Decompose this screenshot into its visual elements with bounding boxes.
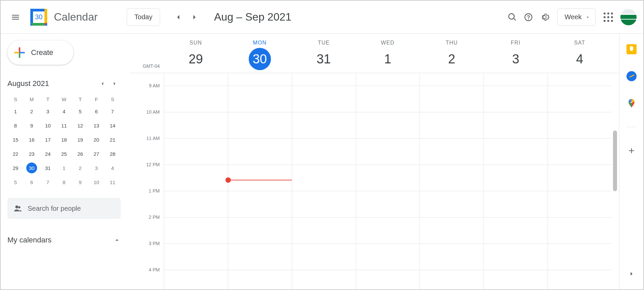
prev-week-button[interactable] [170, 9, 186, 25]
mini-calendar-day[interactable]: 27 [88, 148, 104, 160]
mini-calendar-day[interactable]: 10 [88, 176, 104, 188]
day-number: 30 [249, 48, 271, 70]
mini-calendar-day[interactable]: 23 [24, 148, 40, 160]
mini-calendar-day[interactable]: 9 [24, 120, 40, 131]
search-people-placeholder: Search for people [28, 205, 81, 212]
day-number: 29 [185, 48, 207, 70]
keep-addon-icon[interactable] [625, 42, 638, 56]
mini-calendar-day[interactable]: 9 [72, 176, 88, 188]
mini-dow-label: S [104, 96, 121, 102]
mini-calendar-day[interactable]: 2 [72, 162, 88, 174]
mini-calendar-day[interactable]: 19 [72, 134, 88, 145]
mini-calendar-day[interactable]: 15 [7, 134, 24, 145]
day-header[interactable]: SUN29 [164, 40, 228, 70]
mini-calendar-day[interactable]: 22 [7, 148, 24, 160]
day-header[interactable]: THU2 [420, 40, 484, 70]
maps-addon-icon[interactable] [625, 96, 638, 110]
create-button-label: Create [31, 48, 53, 57]
day-header[interactable]: WED1 [356, 40, 420, 70]
google-apps-icon[interactable] [600, 9, 616, 25]
day-number: 4 [569, 48, 591, 70]
next-week-button[interactable] [186, 9, 203, 25]
mini-calendar-day[interactable]: 8 [7, 120, 24, 131]
mini-calendar-day[interactable]: 11 [104, 176, 121, 188]
calendar-grid[interactable]: GMT-04 SUN29MON30TUE31WED1THU2FRI3SAT4 9… [130, 34, 619, 289]
mini-calendar-day[interactable]: 17 [40, 134, 56, 145]
mini-calendar-day[interactable]: 7 [40, 176, 56, 188]
search-people-input[interactable]: Search for people [7, 198, 121, 219]
mini-dow-label: M [24, 96, 40, 102]
mini-dow-label: S [7, 96, 24, 102]
view-selector-label: Week [564, 13, 582, 21]
mini-next-month-button[interactable] [109, 78, 121, 90]
day-header[interactable]: SAT4 [548, 40, 612, 70]
main-menu-button[interactable] [7, 9, 24, 25]
mini-calendar-day[interactable]: 18 [56, 134, 72, 145]
svg-text:30: 30 [35, 13, 42, 21]
my-calendars-toggle[interactable]: My calendars [7, 236, 121, 244]
mini-calendar-day[interactable]: 7 [104, 106, 121, 117]
day-number: 2 [440, 48, 463, 70]
mini-dow-label: T [72, 96, 88, 102]
tasks-addon-icon[interactable] [625, 69, 638, 83]
mini-calendar-day[interactable]: 30 [24, 162, 40, 174]
mini-calendar-day[interactable]: 3 [88, 162, 104, 174]
day-header[interactable]: FRI3 [484, 40, 548, 70]
hour-label: 2 PM [149, 214, 160, 220]
mini-calendar-day[interactable]: 21 [104, 134, 121, 145]
day-header[interactable]: TUE31 [292, 40, 356, 70]
mini-calendar-day[interactable]: 16 [24, 134, 40, 145]
day-of-week-label: MON [253, 40, 267, 46]
hide-side-panel-button[interactable] [625, 267, 638, 281]
mini-calendar-day[interactable]: 6 [24, 176, 40, 188]
get-addons-button[interactable] [625, 144, 638, 157]
mini-calendar-day[interactable]: 3 [40, 106, 56, 117]
mini-calendar-day[interactable]: 2 [24, 106, 40, 117]
mini-calendar-day[interactable]: 24 [40, 148, 56, 160]
date-range-label: Aug – Sep 2021 [214, 11, 292, 23]
day-number: 1 [376, 48, 399, 70]
mini-calendar-day[interactable]: 14 [104, 120, 121, 131]
mini-calendar-day[interactable]: 20 [88, 134, 104, 145]
settings-gear-icon[interactable] [536, 9, 553, 25]
hour-label: 9 AM [149, 83, 160, 88]
create-button[interactable]: Create [7, 40, 73, 65]
help-icon[interactable] [520, 9, 536, 25]
hour-label: 1 PM [149, 188, 160, 194]
hour-label: 11 AM [146, 136, 160, 141]
account-avatar[interactable] [620, 9, 637, 25]
search-icon[interactable] [504, 9, 520, 25]
svg-marker-2 [44, 9, 47, 23]
scrollbar[interactable] [613, 130, 617, 191]
chevron-down-icon [585, 14, 590, 20]
hour-label: 3 PM [149, 241, 160, 246]
svg-rect-9 [19, 52, 25, 53]
mini-calendar-day[interactable]: 8 [56, 176, 72, 188]
mini-calendar-day[interactable]: 11 [56, 120, 72, 131]
svg-rect-6 [19, 47, 20, 52]
day-number: 3 [504, 48, 527, 70]
day-header[interactable]: MON30 [228, 40, 292, 70]
mini-calendar-day[interactable]: 29 [7, 162, 24, 174]
day-of-week-label: TUE [318, 40, 330, 46]
mini-calendar-day[interactable]: 4 [56, 106, 72, 117]
day-of-week-label: SAT [574, 40, 585, 46]
mini-calendar-day[interactable]: 5 [72, 106, 88, 117]
now-indicator [228, 180, 292, 180]
today-button[interactable]: Today [127, 8, 160, 26]
mini-calendar-day[interactable]: 26 [72, 148, 88, 160]
mini-calendar-day[interactable]: 25 [56, 148, 72, 160]
mini-calendar-day[interactable]: 4 [104, 162, 121, 174]
mini-calendar-day[interactable]: 5 [7, 176, 24, 188]
mini-prev-month-button[interactable] [96, 78, 109, 90]
mini-calendar-day[interactable]: 1 [7, 106, 24, 117]
view-selector[interactable]: Week [557, 8, 595, 26]
mini-calendar-day[interactable]: 12 [72, 120, 88, 131]
day-of-week-label: SUN [190, 40, 202, 46]
mini-calendar-day[interactable]: 10 [40, 120, 56, 131]
mini-calendar-day[interactable]: 6 [88, 106, 104, 117]
mini-calendar-day[interactable]: 13 [88, 120, 104, 131]
mini-calendar-day[interactable]: 31 [40, 162, 56, 174]
mini-calendar-day[interactable]: 28 [104, 148, 121, 160]
mini-calendar-day[interactable]: 1 [56, 162, 72, 174]
